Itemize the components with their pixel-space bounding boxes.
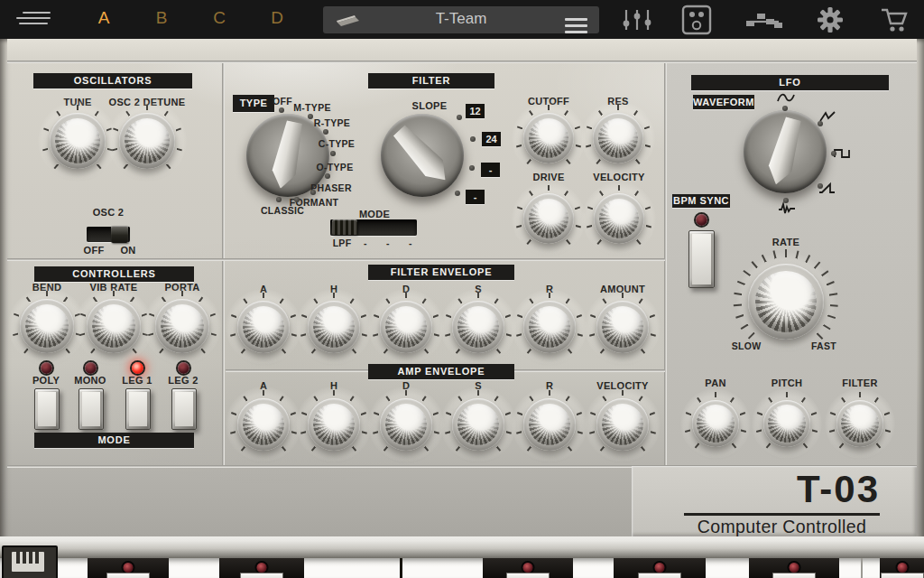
panel-bevel	[0, 536, 924, 558]
tab-b[interactable]: B	[143, 8, 180, 28]
slope-option: -	[466, 190, 485, 204]
fenv-amount-knob[interactable]	[596, 301, 649, 353]
signal-chain-icon[interactable]	[745, 0, 783, 39]
aenv-h-knob[interactable]	[308, 398, 360, 451]
vib-rate-knob[interactable]	[87, 299, 141, 353]
aenv-a-knob[interactable]	[237, 398, 290, 451]
pan-knob[interactable]	[692, 400, 739, 447]
filter-header: FILTER	[368, 73, 494, 89]
type-option-label: M-TYPE	[293, 102, 330, 113]
fenv-s-knob[interactable]	[452, 301, 504, 353]
aenv-s-knob[interactable]	[452, 398, 504, 451]
black-key[interactable]	[219, 558, 304, 578]
mono-led	[85, 362, 97, 374]
black-key[interactable]	[880, 558, 924, 578]
leg2-led	[178, 362, 189, 374]
black-key[interactable]	[88, 558, 169, 578]
slope-option: 12	[466, 104, 485, 118]
aenv-velocity-knob[interactable]	[596, 398, 649, 451]
pitch-label: PITCH	[772, 378, 803, 388]
option-dot	[783, 198, 789, 203]
filter-envelope-header: FILTER ENVELOPE	[368, 265, 514, 280]
keyboard[interactable]	[0, 558, 924, 578]
preset-selector[interactable]: T-Team	[323, 6, 599, 33]
bpm-sync-led	[696, 214, 707, 226]
key-gap	[861, 558, 863, 578]
cutoff-knob[interactable]	[523, 113, 574, 163]
fenv-d-knob[interactable]	[380, 301, 432, 353]
fenv-a-knob[interactable]	[237, 301, 290, 353]
gear-icon[interactable]	[813, 0, 847, 39]
osc2-switch[interactable]	[87, 227, 130, 242]
mono-label: MONO	[74, 375, 106, 386]
key-led	[897, 563, 907, 573]
key-button	[772, 573, 816, 578]
black-key[interactable]	[614, 558, 706, 578]
cart-icon[interactable]	[877, 0, 911, 39]
leg1-led	[132, 362, 143, 374]
logo-underline	[684, 513, 880, 516]
type-option-label: R-TYPE	[314, 117, 350, 128]
leg2-button[interactable]	[171, 388, 197, 430]
stompbox-icon[interactable]	[679, 0, 714, 39]
option-dot	[818, 183, 823, 189]
divider	[222, 63, 225, 465]
menu-icon[interactable]	[16, 0, 56, 39]
drive-knob[interactable]	[523, 193, 574, 244]
rate-label: RATE	[772, 237, 799, 247]
filter-mode-slider[interactable]	[330, 219, 417, 236]
poly-button[interactable]	[34, 388, 60, 430]
key-button	[240, 573, 283, 578]
aenv-d-knob[interactable]	[380, 398, 432, 451]
square-wave-icon	[834, 146, 852, 160]
black-key[interactable]	[749, 558, 839, 578]
fenv-r-knob[interactable]	[523, 301, 576, 353]
fenv-h-knob[interactable]	[308, 301, 360, 353]
option-dot	[831, 151, 836, 156]
tab-a[interactable]: A	[86, 8, 122, 28]
poly-led	[41, 362, 52, 374]
key-gap	[400, 558, 402, 578]
bpm-sync-button[interactable]	[688, 230, 715, 288]
keyboard-toggle-button[interactable]	[2, 545, 58, 578]
osc2-detune-knob[interactable]	[119, 113, 175, 169]
option-dot	[308, 114, 313, 119]
preset-list-icon[interactable]	[565, 18, 587, 33]
porta-knob[interactable]	[155, 299, 209, 353]
keyboard-icon	[12, 552, 44, 572]
synth-panel: OSCILLATORS TUNE OSC 2 DETUNE OSC 2 OFF …	[0, 39, 924, 578]
mode-option-label: -	[409, 238, 412, 248]
controllers-header: CONTROLLERS	[34, 266, 194, 282]
key-led	[124, 563, 134, 573]
leg1-label: LEG 1	[122, 375, 152, 386]
toolbar: A B C D T-Team	[0, 0, 924, 40]
leg1-button[interactable]	[125, 388, 151, 430]
filter-mode-handle[interactable]	[332, 219, 357, 235]
key-led	[257, 563, 267, 573]
option-dot	[323, 129, 328, 135]
divider	[664, 63, 667, 465]
key-button	[638, 573, 681, 578]
mono-button[interactable]	[79, 388, 104, 430]
slope-label: SLOPE	[412, 100, 448, 111]
option-dot	[470, 136, 476, 142]
filter-slope-knob[interactable]	[381, 114, 464, 197]
lfo-waveform-knob[interactable]	[744, 110, 827, 193]
black-key[interactable]	[483, 558, 573, 578]
osc2-switch-handle[interactable]	[111, 226, 128, 243]
lfo-filter-knob[interactable]	[836, 400, 883, 447]
tab-d[interactable]: D	[259, 8, 295, 28]
pitch-knob[interactable]	[763, 400, 810, 447]
tune-knob[interactable]	[50, 113, 106, 169]
aenv-r-knob[interactable]	[523, 398, 576, 451]
filter-velocity-knob[interactable]	[594, 193, 644, 244]
bend-knob[interactable]	[20, 299, 74, 353]
lfo-rate-knob[interactable]	[748, 264, 824, 340]
tab-c[interactable]: C	[201, 8, 237, 28]
option-dot	[279, 107, 284, 113]
key-button	[506, 573, 550, 578]
mixer-icon[interactable]	[620, 0, 654, 39]
panel-top-strip	[7, 39, 917, 61]
res-knob[interactable]	[593, 113, 643, 163]
filter-mode-label: MODE	[359, 209, 390, 219]
